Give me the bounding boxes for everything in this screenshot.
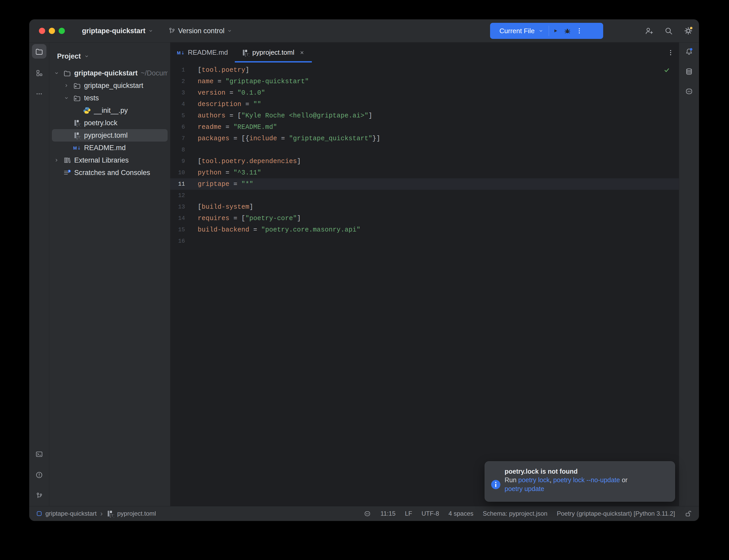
status-copilot[interactable] — [364, 510, 371, 517]
code-text: [tool.poetry] — [185, 66, 249, 74]
minimize-window-button[interactable] — [49, 28, 55, 34]
zoom-window-button[interactable] — [59, 28, 65, 34]
structure-toolwindow-button[interactable] — [32, 66, 46, 80]
chevron-right-icon[interactable] — [64, 83, 73, 88]
code-text: version = "0.1.0" — [185, 89, 265, 97]
chevron-down-icon — [538, 28, 544, 33]
chevron-right-icon[interactable] — [54, 158, 63, 163]
terminal-toolwindow-button[interactable] — [32, 447, 46, 461]
status-schema-pyproject-json[interactable]: Schema: pyproject.json — [483, 510, 547, 517]
tree-item-readme-md[interactable]: M↓README.md — [52, 142, 168, 154]
line-number: 2 — [170, 78, 185, 85]
code-editor[interactable]: 1[tool.poetry]2name = "griptape-quicksta… — [170, 63, 679, 506]
tree-item-pyproject-toml[interactable]: [T]pyproject.toml — [52, 129, 168, 142]
module-icon — [36, 510, 42, 517]
tree-item-poetry-lock[interactable]: [T]poetry.lock — [52, 117, 168, 129]
copilot-icon — [364, 510, 371, 517]
project-switcher[interactable]: griptape-quickstart — [82, 27, 153, 35]
code-line-5: 5authors = ["Kyle Roche <hello@griptape.… — [170, 110, 679, 121]
breadcrumb-pyproject-toml[interactable]: [T]pyproject.toml — [106, 510, 156, 517]
tree-item-tests[interactable]: tests — [52, 92, 168, 104]
run-config-selector[interactable]: Current File — [500, 27, 535, 35]
copilot-icon[interactable] — [685, 87, 693, 95]
breadcrumbs: griptape-quickstart›[T]pyproject.toml — [36, 509, 156, 518]
project-tree: griptape-quickstart~/Documegriptape_quic… — [49, 67, 170, 179]
markdown-icon: M↓ — [73, 144, 81, 152]
notification-link-poetry-lock[interactable]: poetry lock — [518, 476, 550, 484]
status-11-15[interactable]: 11:15 — [380, 510, 396, 517]
code-text: description = "" — [185, 101, 261, 108]
tree-item-init-py[interactable]: __init__.py — [52, 104, 168, 117]
vcs-label: Version control — [178, 27, 225, 35]
info-icon — [491, 468, 501, 501]
chevron-down-icon[interactable] — [64, 95, 73, 101]
tree-item-label: poetry.lock — [84, 119, 117, 127]
project-toolwindow-button[interactable] — [32, 44, 46, 59]
status-poetry-griptape-quickstart-python-3-11-2[interactable]: Poetry (griptape-quickstart) [Python 3.1… — [557, 510, 675, 517]
toml-icon: [T] — [73, 119, 81, 127]
notification-link-poetry-update[interactable]: poetry update — [505, 485, 544, 492]
code-line-4: 4description = "" — [170, 99, 679, 110]
database-icon[interactable] — [685, 67, 693, 76]
tree-item-label: tests — [84, 94, 99, 102]
code-text: griptape = "*" — [185, 180, 253, 188]
code-line-6: 6readme = "README.md" — [170, 121, 679, 133]
vcs-toolwindow-button[interactable] — [32, 488, 46, 503]
tree-item-path: ~/Docume — [141, 69, 168, 77]
status-unlock[interactable] — [684, 510, 692, 517]
chevron-down-icon — [227, 28, 232, 33]
breadcrumb-griptape-quickstart[interactable]: griptape-quickstart — [36, 510, 96, 517]
folder-dot-icon — [73, 82, 81, 89]
left-tool-strip — [29, 43, 49, 506]
search-icon[interactable] — [664, 26, 673, 35]
status-4-spaces[interactable]: 4 spaces — [449, 510, 474, 517]
code-line-2: 2name = "griptape-quickstart" — [170, 76, 679, 87]
code-text: requires = ["poetry-core"] — [185, 215, 301, 222]
tree-item-griptape-quickstart[interactable]: griptape_quickstart — [52, 79, 168, 92]
status-utf-8[interactable]: UTF-8 — [422, 510, 439, 517]
status-label: 11:15 — [380, 510, 396, 517]
notification-title: poetry.lock is not found — [505, 467, 628, 475]
code-text: packages = [{include = "griptape_quickst… — [185, 135, 380, 142]
tree-item-scratches-and-consoles[interactable]: Scratches and Consoles — [52, 166, 168, 179]
tree-item-external-libraries[interactable]: External Libraries — [52, 154, 168, 166]
tab-options-icon[interactable] — [667, 43, 675, 62]
run-configuration-bar: Current File — [490, 23, 603, 39]
run-icon[interactable] — [552, 27, 559, 35]
notifications-bell-icon[interactable] — [685, 48, 693, 56]
line-number: 4 — [170, 101, 185, 108]
close-window-button[interactable] — [39, 28, 45, 34]
status-bar: griptape-quickstart›[T]pyproject.toml 11… — [29, 506, 699, 521]
tab-readme-md[interactable]: M↓README.md — [170, 43, 235, 62]
line-number: 10 — [170, 170, 185, 176]
more-toolwindows-button[interactable] — [32, 87, 46, 101]
problems-toolwindow-button[interactable] — [32, 468, 46, 482]
vcs-widget[interactable]: Version control — [168, 27, 232, 35]
debug-icon[interactable] — [564, 27, 571, 35]
editor-area: M↓README.md[T]pyproject.toml 1[tool.poet… — [170, 43, 679, 506]
inspections-ok-check-icon[interactable] — [663, 66, 670, 74]
notification-link-poetry-lock-no-update[interactable]: poetry lock --no-update — [553, 476, 620, 484]
line-number: 5 — [170, 113, 185, 119]
code-text: [build-system] — [185, 203, 253, 211]
terminal-icon — [35, 450, 43, 458]
status-lf[interactable]: LF — [405, 510, 412, 517]
tree-item-griptape-quickstart[interactable]: griptape-quickstart~/Docume — [52, 67, 168, 79]
line-number: 13 — [170, 204, 185, 210]
code-text: python = "^3.11" — [185, 169, 261, 177]
more-actions-icon[interactable] — [575, 27, 583, 35]
chevron-down-icon[interactable] — [54, 71, 63, 76]
more-icon — [35, 90, 43, 98]
tab-label: pyproject.toml — [252, 48, 294, 57]
tree-item-label: __init__.py — [94, 107, 128, 115]
tab-pyproject-toml[interactable]: [T]pyproject.toml — [235, 43, 312, 62]
add-user-icon[interactable] — [644, 26, 653, 35]
notification-body: Run poetry lock, poetry lock --no-update… — [505, 475, 628, 493]
git-branch-icon — [35, 492, 43, 500]
close-icon[interactable] — [299, 50, 305, 56]
window-controls — [39, 28, 65, 34]
editor-tab-bar: M↓README.md[T]pyproject.toml — [170, 43, 679, 63]
settings-gear-icon[interactable] — [684, 26, 693, 35]
project-panel-header[interactable]: Project — [49, 43, 170, 62]
line-number: 3 — [170, 90, 185, 96]
